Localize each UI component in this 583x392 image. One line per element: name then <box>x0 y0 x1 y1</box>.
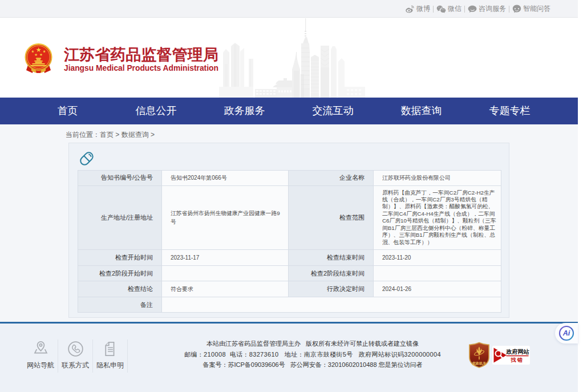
svg-text:Ai: Ai <box>562 329 570 337</box>
svg-text:找错: 找错 <box>510 357 524 363</box>
svg-text:党政机关: 党政机关 <box>472 361 487 366</box>
svg-text:政府网站: 政府网站 <box>506 349 530 355</box>
